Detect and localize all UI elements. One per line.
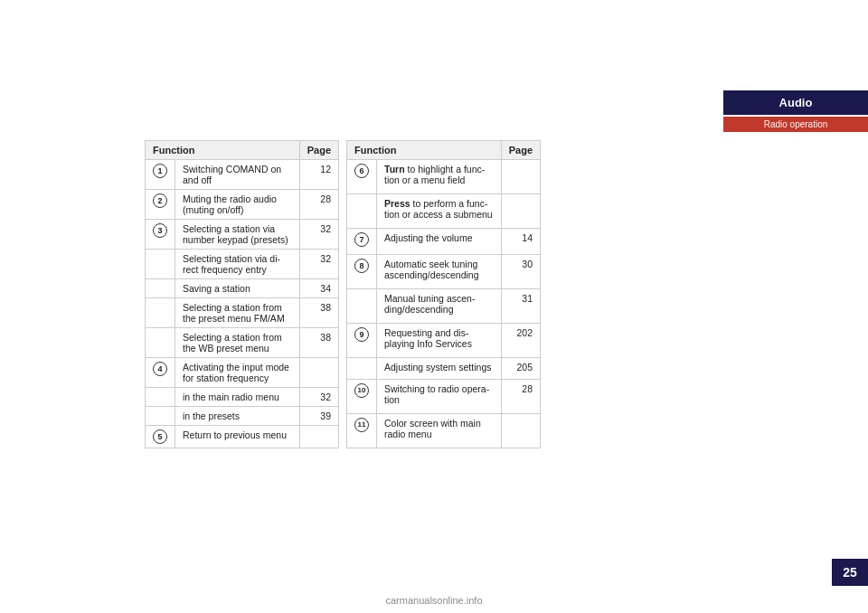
row-function: in the main radio menu (175, 388, 300, 407)
row-num: 10 (347, 379, 377, 413)
page-number: 25 (832, 559, 868, 586)
table-row: 5 Return to previous menu (146, 426, 339, 448)
row-page: 31 (501, 288, 540, 323)
table-row: Selecting a station from the preset menu… (146, 298, 339, 328)
row-page: 12 (299, 160, 338, 190)
row-num (347, 288, 377, 323)
row-function: Saving a station (175, 279, 300, 298)
row-function: Requesting and dis­playing Info Services (377, 323, 502, 357)
table-row: 11 Color screen with main radio menu (347, 413, 541, 448)
row-function: Switching COMAND on and off (175, 160, 300, 190)
row-page: 38 (299, 328, 338, 358)
row-num: 5 (146, 426, 175, 448)
table-row: 7 Adjusting the volume 14 (347, 229, 541, 255)
row-page: 202 (501, 323, 540, 357)
row-function: Muting the radio audio (muting on/off) (175, 190, 300, 220)
left-function-table: Function Page 1 Switching COMAND on and … (145, 140, 339, 448)
row-page: 28 (501, 379, 540, 413)
row-num: 3 (146, 220, 175, 250)
row-function: Switching to radio opera­tion (377, 379, 502, 413)
row-function: Selecting a station via number keypad (p… (175, 220, 300, 250)
row-num (347, 194, 377, 229)
row-page: 205 (501, 357, 540, 379)
row-function: Return to previous menu (175, 426, 300, 448)
row-num (146, 328, 175, 358)
table-row: Press to perform a func­tion or access a… (347, 194, 541, 229)
table-row: 4 Activating the input mode for station … (146, 358, 339, 388)
right-col-page: Page (501, 141, 540, 160)
right-function-table: Function Page 6 Turn to highlight a func… (346, 140, 541, 448)
row-function: in the presets (175, 407, 300, 426)
right-col-function: Function (347, 141, 502, 160)
row-page (501, 160, 540, 194)
row-num (347, 357, 377, 379)
row-page (501, 413, 540, 448)
row-num: 11 (347, 413, 377, 448)
row-page (299, 358, 338, 388)
row-page: 30 (501, 254, 540, 288)
radio-operation-label: Radio operation (723, 117, 868, 132)
row-function: Color screen with main radio menu (377, 413, 502, 448)
row-function: Selecting a station from the preset menu… (175, 298, 300, 328)
row-page: 28 (299, 190, 338, 220)
row-page: 39 (299, 407, 338, 426)
table-row: 3 Selecting a station via number keypad … (146, 220, 339, 250)
table-row: 6 Turn to highlight a func­tion or a men… (347, 160, 541, 194)
row-function: Adjusting system set­tings (377, 357, 502, 379)
table-row: in the presets 39 (146, 407, 339, 426)
row-function: Selecting station via di­rect frequency … (175, 250, 300, 279)
table-row: Selecting station via di­rect frequency … (146, 250, 339, 279)
row-num: 6 (347, 160, 377, 194)
row-page: 34 (299, 279, 338, 298)
row-num: 1 (146, 160, 175, 190)
row-function: Activating the input mode for station fr… (175, 358, 300, 388)
row-num: 2 (146, 190, 175, 220)
row-num (146, 279, 175, 298)
row-num: 9 (347, 323, 377, 357)
table-row: 2 Muting the radio audio (muting on/off)… (146, 190, 339, 220)
row-function: Selecting a station from the WB preset m… (175, 328, 300, 358)
watermark: carmanualsonline.info (385, 595, 482, 606)
table-row: 1 Switching COMAND on and off 12 (146, 160, 339, 190)
row-function: Manual tuning ascen­ding/descending (377, 288, 502, 323)
table-row: 10 Switching to radio opera­tion 28 (347, 379, 541, 413)
table-row: in the main radio menu 32 (146, 388, 339, 407)
row-page: 32 (299, 220, 338, 250)
row-function: Automatic seek tuning ascending/descendi… (377, 254, 502, 288)
row-page: 38 (299, 298, 338, 328)
row-page (299, 426, 338, 448)
audio-title: Audio (723, 90, 868, 115)
table-row: Selecting a station from the WB preset m… (146, 328, 339, 358)
row-num: 8 (347, 254, 377, 288)
row-page: 32 (299, 250, 338, 279)
header-section: Audio Radio operation (687, 90, 868, 132)
table-row: Manual tuning ascen­ding/descending 31 (347, 288, 541, 323)
tables-container: Function Page 1 Switching COMAND on and … (145, 140, 541, 448)
row-function: Press to perform a func­tion or access a… (377, 194, 502, 229)
table-row: Adjusting system set­tings 205 (347, 357, 541, 379)
row-num: 4 (146, 358, 175, 388)
left-col-function: Function (146, 141, 300, 160)
row-num (146, 250, 175, 279)
table-row: Saving a station 34 (146, 279, 339, 298)
table-row: 9 Requesting and dis­playing Info Servic… (347, 323, 541, 357)
row-function: Turn to highlight a func­tion or a menu … (377, 160, 502, 194)
row-page: 14 (501, 229, 540, 255)
row-function: Adjusting the volume (377, 229, 502, 255)
row-num (146, 298, 175, 328)
table-row: 8 Automatic seek tuning ascending/descen… (347, 254, 541, 288)
row-page: 32 (299, 388, 338, 407)
row-num (146, 407, 175, 426)
left-col-page: Page (299, 141, 338, 160)
row-num: 7 (347, 229, 377, 255)
row-num (146, 388, 175, 407)
row-page (501, 194, 540, 229)
